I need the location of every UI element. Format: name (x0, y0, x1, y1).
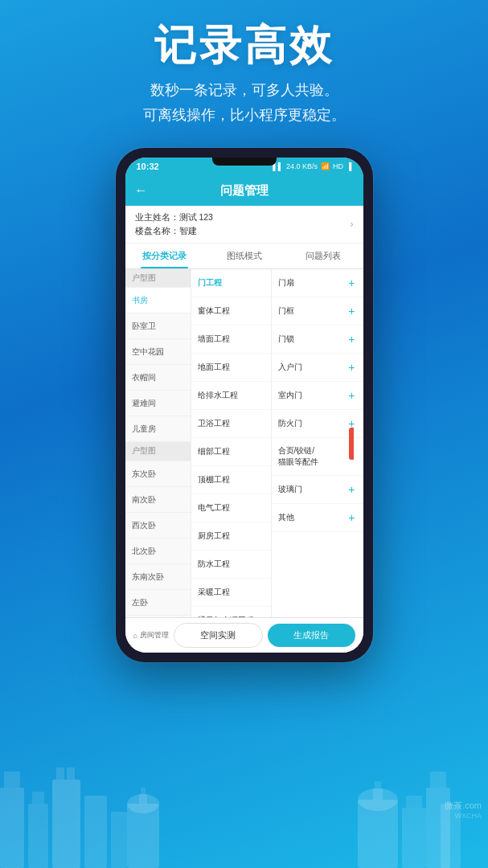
home-button[interactable]: ⌂ 房间管理 (133, 630, 169, 641)
middle-item-men[interactable]: 门工程 (191, 269, 271, 297)
watermark: 微茶.com WXCHA (445, 800, 482, 820)
info-text: 业主姓名：测试 123 楼盘名称：智建 (135, 211, 213, 238)
middle-item-xibu[interactable]: 细部工程 (191, 438, 271, 466)
sidebar-item-yimaojian[interactable]: 衣帽间 (125, 365, 191, 391)
sidebar-item-binan[interactable]: 避难间 (125, 391, 191, 416)
info-bar[interactable]: 业主姓名：测试 123 楼盘名称：智建 › (125, 206, 363, 244)
svg-rect-6 (67, 768, 75, 780)
header-section: 记录高效 数秒一条记录，可多人共验。 可离线操作，比小程序更稳定。 (0, 0, 488, 140)
tab-blueprint-mode[interactable]: 图纸模式 (204, 244, 284, 268)
svg-rect-8 (111, 812, 127, 868)
sidebar-item-dongci[interactable]: 东次卧 (125, 461, 191, 487)
svg-rect-7 (84, 796, 107, 868)
left-sidebar: 户型图 书房 卧室卫 空中花园 衣帽间 避难间 儿童房 户型图 东次卧 南次卧 … (125, 269, 191, 617)
app-header: ← 问题管理 (125, 175, 363, 206)
add-ruhumen-button[interactable]: + (347, 361, 356, 374)
sidebar-item-youwo[interactable]: 右卧 (125, 616, 191, 618)
svg-rect-19 (375, 781, 381, 788)
sidebar-item-dongnan[interactable]: 东南次卧 (125, 564, 191, 590)
sidebar-item-ertong[interactable]: 儿童房 (125, 416, 191, 442)
sidebar-item-xici[interactable]: 西次卧 (125, 513, 191, 538)
tabs-bar: 按分类记录 图纸模式 问题列表 (125, 244, 363, 269)
right-item-label: 门锁 (278, 334, 347, 345)
bottom-nav: ⌂ 房间管理 空间实测 生成报告 (125, 617, 363, 653)
middle-item-chuang[interactable]: 窗体工程 (191, 297, 271, 326)
battery-icon: ▐ (347, 162, 351, 170)
add-mensuo-button[interactable]: + (347, 333, 356, 346)
svg-rect-14 (430, 772, 446, 788)
middle-item-gps[interactable]: 给排水工程 (191, 382, 271, 410)
sidebar-item-shufang[interactable]: 书房 (125, 288, 191, 313)
middle-item-cainuan[interactable]: 采暖工程 (191, 579, 271, 607)
right-item-ruhumen[interactable]: 入户门 + (272, 354, 363, 382)
watermark-text: 微茶.com (445, 800, 482, 812)
sidebar-item-zuowo[interactable]: 左卧 (125, 590, 191, 616)
add-menshan-button[interactable]: + (347, 276, 356, 289)
svg-rect-2 (28, 804, 48, 868)
sidebar-group-1: 户型图 (125, 269, 191, 288)
phone-screen: 10:32 ▌▌ 24.0 KB/s 📶 HD ▐ ← 问题管理 业主姓名：测试… (125, 158, 363, 653)
watermark-wxcha: WXCHA (445, 812, 482, 820)
info-arrow: › (351, 219, 354, 230)
home-label: 房间管理 (140, 630, 169, 641)
middle-item-fangshui[interactable]: 防水工程 (191, 551, 271, 579)
svg-rect-18 (373, 788, 383, 800)
middle-item-dimian[interactable]: 地面工程 (191, 354, 271, 382)
svg-rect-11 (139, 794, 147, 804)
subtitle: 数秒一条记录，可多人共验。 可离线操作，比小程序更稳定。 (16, 78, 472, 127)
back-button[interactable]: ← (135, 183, 148, 198)
building-info: 楼盘名称：智建 (135, 224, 213, 238)
middle-item-dingpeng[interactable]: 顶棚工程 (191, 466, 271, 494)
add-shineidoor-button[interactable]: + (347, 389, 356, 402)
tab-by-category[interactable]: 按分类记录 (125, 244, 205, 268)
right-item-label: 门框 (278, 305, 347, 317)
middle-item-tongfeng[interactable]: 通风与空调工程 (191, 607, 271, 617)
right-item-mensuo[interactable]: 门锁 + (272, 326, 363, 354)
tab-issue-list[interactable]: 问题列表 (284, 244, 363, 268)
sidebar-item-beici[interactable]: 北次卧 (125, 538, 191, 564)
main-title: 记录高效 (16, 23, 472, 68)
right-item-label: 其他 (278, 512, 347, 523)
right-item-menshan[interactable]: 门扇 + (272, 269, 363, 297)
svg-rect-20 (402, 808, 426, 868)
svg-rect-5 (56, 768, 64, 780)
right-item-label: 合页/铰链/ 猫眼等配件 (278, 445, 357, 468)
right-item-shineidoor[interactable]: 室内门 + (272, 382, 363, 410)
svg-rect-0 (0, 788, 24, 868)
right-item-label: 室内门 (278, 390, 347, 401)
middle-item-qiang[interactable]: 墙面工程 (191, 326, 271, 354)
right-item-other[interactable]: 其他 + (272, 504, 363, 532)
right-item-menkuang[interactable]: 门框 + (272, 297, 363, 326)
svg-rect-1 (4, 772, 20, 788)
right-item-label: 玻璃门 (278, 484, 347, 495)
svg-rect-3 (32, 792, 44, 804)
middle-item-dianqi[interactable]: 电气工程 (191, 494, 271, 522)
phone-mockup: 10:32 ▌▌ 24.0 KB/s 📶 HD ▐ ← 问题管理 业主姓名：测试… (116, 148, 373, 662)
right-item-label: 防火门 (278, 418, 347, 429)
phone-notch (212, 158, 277, 166)
add-other-button[interactable]: + (347, 511, 356, 524)
home-icon: ⌂ (133, 632, 137, 640)
owner-info: 业主姓名：测试 123 (135, 211, 213, 224)
svg-rect-21 (406, 796, 422, 808)
sidebar-item-kongzhong[interactable]: 空中花园 (125, 339, 191, 365)
middle-column: 门工程 窗体工程 墙面工程 地面工程 给排水工程 卫浴工程 细部工程 顶棚工程 … (191, 269, 272, 617)
sidebar-item-nanci[interactable]: 南次卧 (125, 487, 191, 513)
middle-item-weiyou[interactable]: 卫浴工程 (191, 410, 271, 438)
screen-title: 问题管理 (220, 183, 269, 199)
right-item-label: 门扇 (278, 277, 347, 289)
svg-rect-4 (52, 780, 80, 868)
right-item-bolimen[interactable]: 玻璃门 + (272, 476, 363, 504)
phone-frame: 10:32 ▌▌ 24.0 KB/s 📶 HD ▐ ← 问题管理 业主姓名：测试… (116, 148, 373, 662)
generate-report-button[interactable]: 生成报告 (268, 624, 355, 647)
sidebar-group-2: 户型图 (125, 442, 191, 461)
right-item-label: 入户门 (278, 362, 347, 373)
wifi-icon: 📶 (321, 162, 330, 170)
sidebar-item-woshipei[interactable]: 卧室卫 (125, 313, 191, 339)
scroll-indicator (349, 428, 354, 460)
middle-item-chufang[interactable]: 厨房工程 (191, 522, 271, 551)
space-survey-button[interactable]: 空间实测 (174, 623, 263, 648)
content-area: 户型图 书房 卧室卫 空中花园 衣帽间 避难间 儿童房 户型图 东次卧 南次卧 … (125, 269, 363, 617)
add-menkuang-button[interactable]: + (347, 305, 356, 317)
add-bolimen-button[interactable]: + (347, 483, 356, 496)
